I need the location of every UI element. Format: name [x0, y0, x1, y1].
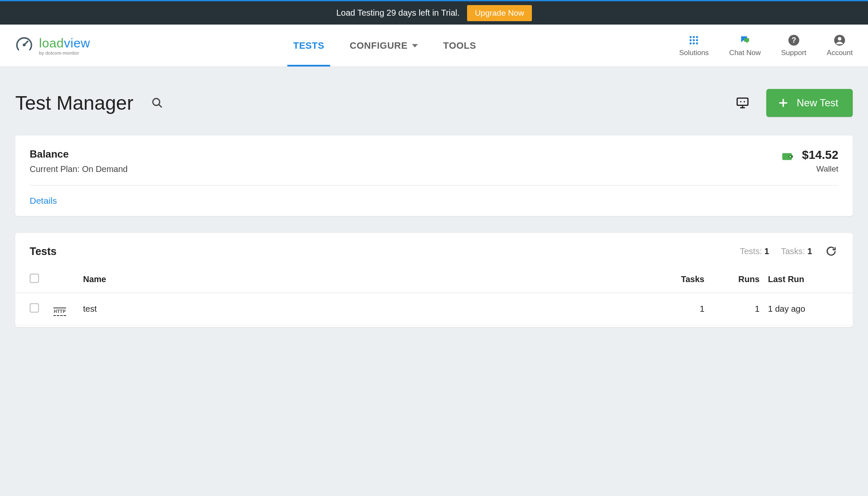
logo-wordmark: loadview [39, 36, 90, 50]
nav-support[interactable]: ? Support [781, 34, 807, 57]
nav-icon-label: Chat Now [729, 49, 761, 57]
tasks-count: Tasks: 1 [781, 247, 812, 256]
svg-point-15 [153, 99, 159, 105]
balance-title: Balance [30, 148, 128, 160]
tests-card: Tests Tests: 1 Tasks: 1 Name Task [15, 233, 853, 327]
svg-point-4 [696, 36, 698, 38]
table-row[interactable]: HTTP test 1 1 1 day ago [15, 293, 853, 325]
search-icon [151, 97, 163, 109]
svg-line-1 [24, 41, 28, 45]
balance-plan-name: On Demand [82, 164, 128, 174]
balance-wallet-label: Wallet [802, 164, 838, 174]
main-navbar: loadview by dotcom-monitor TESTS CONFIGU… [0, 25, 868, 67]
tests-table: Name Tasks Runs Last Run HTTP [15, 266, 853, 325]
nav-tab-tools[interactable]: TOOLS [443, 25, 476, 67]
column-header-runs[interactable]: Runs [709, 266, 764, 293]
balance-amount: $14.52 [802, 148, 838, 162]
svg-point-5 [690, 39, 692, 41]
nav-icon-label: Solutions [679, 49, 709, 57]
caret-down-icon [412, 44, 418, 47]
test-tasks: 1 [654, 293, 709, 325]
column-header-name[interactable]: Name [79, 266, 654, 293]
page-header: Test Manager New Test [15, 89, 853, 117]
svg-point-3 [693, 36, 695, 38]
nav-chat[interactable]: Chat Now [729, 34, 761, 57]
nav-icon-label: Account [827, 49, 853, 57]
svg-rect-17 [737, 98, 748, 105]
svg-point-26 [790, 156, 791, 158]
account-icon [834, 34, 846, 46]
logo-subtext: by dotcom-monitor [39, 50, 90, 55]
logo[interactable]: loadview by dotcom-monitor [15, 36, 90, 55]
trial-banner-text: Load Testing 29 days left in Trial. [336, 8, 459, 18]
nav-tab-label: CONFIGURE [350, 40, 408, 51]
nav-icon-label: Support [781, 49, 807, 57]
search-button[interactable] [149, 94, 166, 111]
http-icon: HTTP [53, 306, 66, 317]
nav-tab-label: TOOLS [443, 40, 476, 51]
new-test-button[interactable]: New Test [766, 89, 853, 117]
help-icon: ? [788, 34, 800, 46]
apps-grid-icon [688, 34, 700, 46]
test-runs: 1 [709, 293, 764, 325]
svg-point-6 [693, 39, 695, 41]
column-header-tasks[interactable]: Tasks [654, 266, 709, 293]
svg-point-8 [690, 42, 692, 44]
page-title: Test Manager [15, 91, 134, 114]
svg-point-2 [690, 36, 692, 38]
test-last-run: 1 day ago [764, 293, 853, 325]
wallet-icon [781, 150, 793, 164]
svg-line-16 [159, 105, 161, 107]
nav-solutions[interactable]: Solutions [679, 34, 709, 57]
refresh-icon [825, 245, 837, 257]
svg-point-14 [838, 37, 841, 40]
monitor-icon [735, 96, 750, 110]
trial-banner: Load Testing 29 days left in Trial. Upgr… [0, 0, 868, 25]
nav-tab-label: TESTS [293, 40, 324, 51]
tests-title: Tests [30, 245, 728, 258]
gauge-icon [15, 36, 33, 55]
row-checkbox[interactable] [30, 303, 39, 313]
test-name: test [79, 293, 654, 325]
upgrade-now-button[interactable]: Upgrade Now [467, 5, 531, 21]
nav-account[interactable]: Account [827, 34, 853, 57]
svg-point-9 [693, 42, 695, 44]
nav-tab-tests[interactable]: TESTS [293, 25, 324, 67]
refresh-button[interactable] [824, 244, 838, 258]
select-all-checkbox[interactable] [30, 274, 39, 283]
nav-tab-configure[interactable]: CONFIGURE [350, 25, 418, 67]
balance-plan: Current Plan: On Demand [30, 164, 128, 174]
chat-icon [739, 34, 751, 46]
svg-text:?: ? [791, 36, 796, 44]
balance-plan-prefix: Current Plan: [30, 164, 82, 174]
balance-card: Balance Current Plan: On Demand $14.52 W… [15, 136, 853, 216]
plus-icon [777, 97, 789, 109]
balance-details-link[interactable]: Details [30, 196, 57, 205]
new-test-label: New Test [797, 97, 838, 109]
svg-point-7 [696, 39, 698, 41]
svg-point-10 [696, 42, 698, 44]
column-header-last-run[interactable]: Last Run [764, 266, 853, 293]
tests-count: Tests: 1 [740, 247, 769, 256]
device-preview-button[interactable] [734, 94, 751, 111]
